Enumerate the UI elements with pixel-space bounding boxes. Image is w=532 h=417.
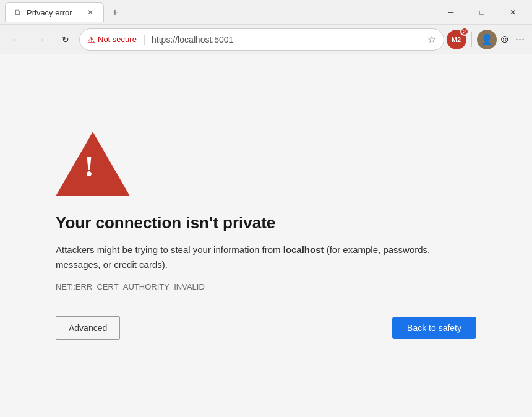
error-description: Attackers might be trying to steal your … xyxy=(56,243,476,272)
window-controls: ─ □ ✕ xyxy=(437,2,527,22)
extensions-label: M2 xyxy=(452,36,461,43)
address-separator: | xyxy=(143,34,145,45)
bookmark-button[interactable]: ☆ xyxy=(427,33,436,45)
extensions-button[interactable]: M2 2 xyxy=(447,30,466,49)
close-window-button[interactable]: ✕ xyxy=(499,2,527,22)
warning-icon-container xyxy=(56,132,476,199)
tab-page-icon: 🗋 xyxy=(13,7,23,17)
user-avatar[interactable]: 👤 xyxy=(477,30,497,49)
window-chrome: 🗋 Privacy error ✕ + ─ □ ✕ xyxy=(0,0,532,25)
extensions-badge: 2 xyxy=(460,27,469,36)
minimize-button[interactable]: ─ xyxy=(437,2,465,22)
forward-button[interactable]: → xyxy=(30,28,52,51)
navigation-bar: ← → ↻ ⚠ Not secure | https://localhost:5… xyxy=(0,25,532,54)
error-page: Your connection isn't private Attackers … xyxy=(0,54,532,417)
nav-divider xyxy=(471,32,472,47)
tab-close-button[interactable]: ✕ xyxy=(85,7,96,18)
maximize-button[interactable]: □ xyxy=(468,2,496,22)
error-title: Your connection isn't private xyxy=(56,213,476,233)
error-hostname: localhost xyxy=(283,244,324,255)
button-row: Advanced Back to safety xyxy=(56,316,476,340)
tab-title: Privacy error xyxy=(27,8,81,17)
menu-button[interactable]: ··· xyxy=(513,30,527,48)
address-bar[interactable]: ⚠ Not secure | https://localhost:5001 ☆ xyxy=(79,28,444,51)
address-url: https://localhost:5001 xyxy=(152,35,233,45)
back-to-safety-button[interactable]: Back to safety xyxy=(392,317,476,339)
advanced-button[interactable]: Advanced xyxy=(56,316,120,340)
back-button[interactable]: ← xyxy=(5,28,27,51)
reload-button[interactable]: ↻ xyxy=(54,28,77,51)
tab-bar: 🗋 Privacy error ✕ + xyxy=(5,2,437,22)
error-code: NET::ERR_CERT_AUTHORITY_INVALID xyxy=(56,282,476,291)
warning-icon: ⚠ xyxy=(87,35,95,45)
error-container: Your connection isn't private Attackers … xyxy=(56,132,476,340)
warning-triangle-icon xyxy=(56,132,130,196)
new-tab-button[interactable]: + xyxy=(106,4,124,21)
nav-right-controls: M2 2 👤 ☺ ··· xyxy=(447,30,527,49)
error-description-part1: Attackers might be trying to steal your … xyxy=(56,244,283,255)
not-secure-badge[interactable]: ⚠ Not secure xyxy=(87,35,137,45)
emoji-button[interactable]: ☺ xyxy=(499,33,510,46)
active-tab[interactable]: 🗋 Privacy error ✕ xyxy=(5,2,104,22)
not-secure-text: Not secure xyxy=(98,35,137,44)
